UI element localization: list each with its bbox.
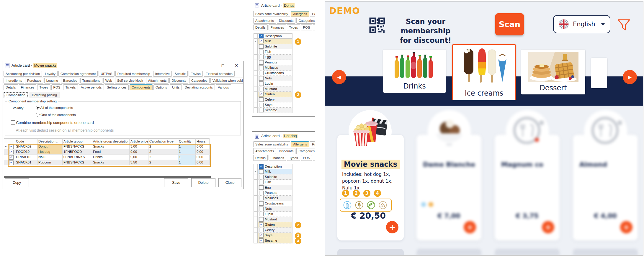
allergen-row[interactable]: Mustard <box>254 217 292 222</box>
checkbox[interactable] <box>259 66 264 70</box>
checkbox[interactable] <box>259 185 264 190</box>
tab-commission-agreement[interactable]: Commission agreement <box>58 71 98 77</box>
tab-pos[interactable]: POS <box>51 84 63 90</box>
tab-various[interactable]: Various <box>216 84 231 90</box>
tab-finances[interactable]: Finances <box>19 84 37 90</box>
tab-pos[interactable]: POS <box>301 155 312 161</box>
tab-discounts[interactable]: Discounts <box>277 148 296 154</box>
tab-enviso[interactable]: Enviso <box>189 71 203 77</box>
close-icon[interactable]: ✕ <box>235 63 238 68</box>
category-card-dessert[interactable]: Dessert <box>521 50 585 94</box>
close-button[interactable]: Close <box>218 178 241 187</box>
allergen-row[interactable]: ✔Soya <box>254 233 292 238</box>
tab-sales-zone-availability[interactable]: Sales zone availability <box>253 11 290 17</box>
checkbox-checked[interactable]: ✔ <box>259 222 264 227</box>
category-card-ice-creams[interactable]: Ice creams <box>452 44 516 100</box>
allergen-row[interactable]: Sesame <box>254 108 292 113</box>
product-card-almond[interactable]: Almond € 4,00 + <box>573 135 638 240</box>
checkbox[interactable] <box>259 44 264 49</box>
radio-all-components[interactable]: All of the components <box>36 106 73 109</box>
minimize-icon[interactable]: — <box>207 63 211 68</box>
checkbox[interactable] <box>259 108 264 112</box>
checkbox[interactable] <box>259 87 264 91</box>
allergen-row[interactable]: Egg <box>254 185 292 190</box>
tab-purchase[interactable]: Purchase <box>25 78 43 84</box>
tab-sales-zone-availability[interactable]: Sales zone availability <box>253 141 290 147</box>
allergen-row[interactable]: ✔Gluten <box>254 222 292 227</box>
allergen-row[interactable]: ✔Gluten <box>254 92 292 97</box>
checkbox[interactable] <box>259 228 264 232</box>
checkbox-checked[interactable]: ✔ <box>259 92 264 96</box>
tab-pos[interactable]: POS <box>301 24 312 30</box>
tab-components[interactable]: Components <box>130 84 153 90</box>
tab-allergens[interactable]: Allergens <box>291 141 309 147</box>
allergen-row[interactable]: Lupin <box>254 81 292 86</box>
checkbox[interactable] <box>259 175 264 179</box>
subtab-composition[interactable]: Composition <box>4 92 28 98</box>
table-row[interactable]: ▸ ✔ SNACK02 Donut FNBSNACKS Snacks 3,00 … <box>4 144 210 149</box>
tab-ingredients[interactable]: Ingredients <box>4 78 24 84</box>
tab-finances[interactable]: Finances <box>269 24 286 30</box>
tab-deviating-accounts[interactable]: Deviating accounts <box>183 84 215 90</box>
product-card-magnum[interactable]: Magnum co € 3,75 + <box>495 135 560 240</box>
tab-categories[interactable]: Categories <box>296 18 315 24</box>
select-all-checkbox[interactable]: ✔ <box>259 34 264 38</box>
checkbox[interactable] <box>259 103 264 107</box>
scan-button[interactable]: Scan <box>495 13 524 35</box>
tab-logging[interactable]: Logging <box>44 78 60 84</box>
tab-details[interactable]: Details <box>253 155 268 161</box>
tab-discounts[interactable]: Discounts <box>277 18 296 24</box>
col-article-price[interactable]: Article price <box>130 138 148 144</box>
tab-tickets[interactable]: T <box>313 155 315 161</box>
allergen-row[interactable]: Sulphite <box>254 44 292 49</box>
tab-validation-when-sold[interactable]: Validation when sold <box>210 78 243 84</box>
checkbox[interactable] <box>259 50 264 54</box>
category-card-partial[interactable] <box>591 58 607 88</box>
checkbox[interactable] <box>259 55 264 59</box>
checkbox[interactable] <box>259 60 264 65</box>
col-hours[interactable]: Hours <box>196 138 210 144</box>
tab-active-periods[interactable]: Active periods <box>79 84 104 90</box>
table-row[interactable]: ✔ SNACK01 Popcorn FNBSNACKS Snacks 3,50 … <box>4 160 210 165</box>
allergen-row[interactable]: Peanuts <box>254 190 292 196</box>
language-selector[interactable]: English <box>553 15 610 33</box>
allergen-row[interactable]: Sulphite <box>254 174 292 180</box>
allergen-row[interactable]: Fish <box>254 180 292 185</box>
table-row[interactable]: ✔ DRINK10 Nalu 0FNBDRINKS Drinks 5,00 2 … <box>4 155 210 160</box>
tab-required-membership[interactable]: Required membership <box>115 71 152 77</box>
checkbox-icon[interactable] <box>11 120 15 125</box>
col-quantity[interactable]: Quantity <box>178 138 196 144</box>
tab-categories[interactable]: Categories <box>296 148 315 154</box>
checkbox-checked[interactable]: ✔ <box>259 39 264 43</box>
checkbox[interactable] <box>259 207 264 211</box>
allergen-row[interactable]: Crustaceans <box>254 201 292 206</box>
delete-button[interactable]: Delete <box>191 178 215 187</box>
save-button[interactable]: Save <box>164 178 188 187</box>
allergen-row[interactable]: Fish <box>254 49 292 55</box>
col-description[interactable]: Description ▴ <box>37 138 63 144</box>
tab-finances[interactable]: Finances <box>269 155 286 161</box>
add-to-cart-button[interactable]: + <box>542 221 554 233</box>
allergen-row[interactable]: Mustard <box>254 86 292 92</box>
allergen-row[interactable]: ▸Milk <box>254 169 292 174</box>
tab-attachments[interactable]: Attachments <box>253 148 276 154</box>
tab-web[interactable]: Web <box>103 78 114 84</box>
tab-tickets[interactable]: Tickets <box>63 84 78 90</box>
allergen-row[interactable]: Celery <box>254 97 292 102</box>
table-row[interactable]: ✔ FOOD10 Hot dog 1FNBFOOD Food 9,00 2 1 … <box>4 149 210 155</box>
allergen-row[interactable]: Peanuts <box>254 60 292 65</box>
allergen-row[interactable]: ✔Sesame <box>254 238 292 243</box>
tab-units[interactable]: Units <box>170 84 182 90</box>
checkbox-checked[interactable]: ✔ <box>259 233 264 238</box>
checkbox[interactable] <box>259 191 264 195</box>
window-titlebar[interactable]: Article card - Hot dog <box>252 132 315 140</box>
row-checkbox-checked[interactable]: ✔ <box>9 145 14 149</box>
tab-uitpas[interactable]: UiTPAS <box>99 71 114 77</box>
allergen-row[interactable]: Egg <box>254 55 292 60</box>
filter-icon[interactable] <box>617 19 631 32</box>
tab-allergens[interactable]: Allergens <box>291 11 309 17</box>
add-to-cart-button[interactable]: + <box>464 221 476 233</box>
col-article-group-description[interactable]: Article group description <box>92 138 130 144</box>
checkbox[interactable] <box>259 81 264 86</box>
allergen-row[interactable]: Molluscs <box>254 196 292 201</box>
